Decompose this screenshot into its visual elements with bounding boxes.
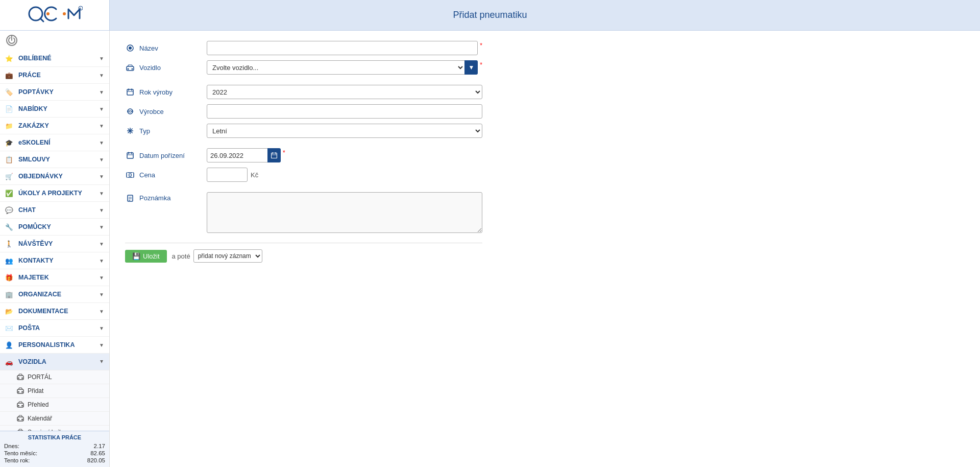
sidebar-item-eskoleni[interactable]: 🎓 eSKOLENÍ ▼ (0, 134, 109, 151)
sidebar-item-nabidky[interactable]: 📄 NABÍDKY ▼ (0, 101, 109, 118)
top-header: R Přidat pneumatiku (0, 0, 980, 31)
calendar2-icon (125, 152, 135, 159)
svg-point-35 (132, 111, 133, 112)
save-after-select[interactable]: přidat nový záznam zobrazit záznam zůsta… (193, 249, 262, 263)
nazev-label: Název (125, 44, 207, 52)
power-icon[interactable] (6, 35, 17, 46)
sidebar-item-chat[interactable]: 💬 CHAT ▼ (0, 202, 109, 219)
sidebar-sub-servisni-kniha[interactable]: Servisní kniha (0, 426, 109, 431)
sidebar-sub-portal[interactable]: PORTÁL (0, 370, 109, 384)
power-button[interactable] (0, 31, 109, 50)
nazev-input[interactable] (207, 41, 478, 55)
sidebar-item-majetek[interactable]: 🎁 MAJETEK ▼ (0, 269, 109, 286)
sidebar-item-dokumentace[interactable]: 📂 DOKUMENTACE ▼ (0, 303, 109, 320)
stats-label-dnes: Dnes: (4, 443, 19, 449)
chevron-down-icon: ▼ (99, 191, 104, 196)
car-sub-icon (16, 387, 24, 395)
datum-input[interactable] (207, 148, 268, 162)
save-icon: 💾 (132, 252, 140, 260)
typ-select[interactable]: Letní Zimní Celoroční (207, 124, 482, 138)
svg-point-18 (18, 419, 19, 421)
cena-row: Cena Kč (125, 168, 482, 182)
sidebar-sub-prehled[interactable]: Přehled (0, 398, 109, 412)
vyrobce-control (207, 104, 482, 119)
svg-point-3 (63, 12, 66, 15)
vozidla-submenu: PORTÁL Přidat Přehled (0, 370, 109, 431)
sidebar-item-ukoly[interactable]: ✅ ÚKOLY A PROJEKTY ▼ (0, 185, 109, 202)
file-icon: 📄 (4, 104, 14, 114)
datum-row: Datum pořízení * (125, 148, 482, 162)
svg-point-24 (129, 46, 132, 50)
page-title: Přidat pneumatiku (453, 10, 527, 20)
gift-icon: 🎁 (4, 272, 14, 283)
svg-rect-40 (127, 153, 133, 158)
stats-row-rok: Tento rok: 820.05 (4, 457, 105, 464)
logo-area: R (0, 0, 110, 31)
poznamka-label: Poznámka (125, 194, 207, 202)
svg-point-10 (21, 378, 23, 379)
stats-value-dnes: 2.17 (94, 443, 105, 449)
sidebar-item-vozidla[interactable]: 🚗 VOZIDLA ▲ (0, 354, 109, 370)
datum-calendar-button[interactable] (267, 148, 281, 162)
cena-control: Kč (207, 168, 258, 182)
sidebar-item-kontakty[interactable]: 👥 KONTAKTY ▼ (0, 252, 109, 269)
chevron-down-icon: ▼ (99, 224, 104, 230)
sidebar-item-smlouvy[interactable]: 📋 SMLOUVY ▼ (0, 151, 109, 168)
form-section: Název * Vozidlo Zvolte vozidlo... (125, 41, 482, 263)
save-button[interactable]: 💾 Uložit (125, 250, 167, 263)
stats-label-mesic: Tento měsíc: (4, 450, 37, 456)
rok-vyroby-select[interactable]: 2022 (207, 85, 482, 99)
sidebar-item-organizace[interactable]: 🏢 ORGANIZACE ▼ (0, 286, 109, 303)
vozidlo-control: Zvolte vozidlo... ▼ (207, 60, 478, 75)
poznamka-textarea[interactable] (207, 192, 482, 233)
chevron-down-icon: ▼ (99, 342, 104, 348)
car-sub-icon (16, 401, 24, 409)
sidebar-sub-kalendar[interactable]: Kalendář (0, 412, 109, 426)
svg-point-34 (128, 111, 129, 112)
sidebar-item-posta[interactable]: ✉️ POŠTA ▼ (0, 320, 109, 337)
sidebar-scroll: ⭐ OBLÍBENÉ ▼ 💼 PRÁCE ▼ 🏷️ POPTÁVKY ▼ 📄 N… (0, 31, 109, 431)
star-icon: ⭐ (4, 53, 14, 63)
sidebar-item-navstevy[interactable]: 🚶 NÁVŠTĚVY ▼ (0, 236, 109, 252)
stats-row-mesic: Tento měsíc: 82.65 (4, 450, 105, 457)
car-sub-icon (16, 414, 24, 423)
chevron-down-icon: ▼ (99, 325, 104, 331)
graduation-icon: 🎓 (4, 137, 14, 148)
rok-vyroby-row: Rok výroby 2022 (125, 85, 482, 99)
chevron-down-icon: ▼ (99, 309, 104, 314)
rok-vyroby-label: Rok výroby (125, 88, 207, 96)
car-icon: 🚗 (4, 357, 14, 367)
stats-row-dnes: Dnes: 2.17 (4, 442, 105, 450)
tag-icon: 🏷️ (4, 87, 14, 97)
chevron-down-icon: ▼ (99, 275, 104, 281)
rok-vyroby-control: 2022 (207, 85, 482, 99)
person-walk-icon: 🚶 (4, 239, 14, 249)
vozidlo-select[interactable]: Zvolte vozidlo... (207, 60, 465, 75)
vyrobce-input[interactable] (207, 104, 482, 119)
sidebar-item-oblibene[interactable]: ⭐ OBLÍBENÉ ▼ (0, 50, 109, 67)
datum-label: Datum pořízení (125, 152, 207, 159)
snowflake-icon (125, 127, 135, 134)
typ-label: Typ (125, 127, 207, 135)
svg-point-49 (129, 174, 132, 176)
sidebar-item-poptavky[interactable]: 🏷️ POPTÁVKY ▼ (0, 84, 109, 101)
vozidlo-dropdown-button[interactable]: ▼ (464, 60, 478, 75)
svg-point-9 (18, 378, 19, 379)
sidebar-item-pomucky[interactable]: 🔧 POMŮCKY ▼ (0, 219, 109, 236)
nazev-control (207, 41, 478, 55)
chat-icon: 💬 (4, 205, 14, 215)
sidebar-sub-pridat[interactable]: Přidat (0, 384, 109, 398)
nazev-row: Název * (125, 41, 482, 55)
sidebar-item-objednavky[interactable]: 🛒 OBJEDNÁVKY ▼ (0, 168, 109, 185)
note-icon (125, 195, 135, 202)
sidebar-item-prace[interactable]: 💼 PRÁCE ▼ (0, 67, 109, 84)
chevron-down-icon: ▼ (99, 207, 104, 213)
sidebar-item-zakazky[interactable]: 📁 ZAKÁZKY ▼ (0, 118, 109, 134)
cena-input[interactable] (207, 168, 248, 182)
sidebar-item-personalistika[interactable]: 👤 PERSONALISTIKA ▼ (0, 337, 109, 354)
contacts-icon: 👥 (4, 255, 14, 266)
car-form-icon (125, 64, 135, 71)
chevron-down-icon: ▼ (99, 140, 104, 146)
briefcase-icon: 💼 (4, 70, 14, 80)
svg-line-1 (40, 18, 43, 21)
